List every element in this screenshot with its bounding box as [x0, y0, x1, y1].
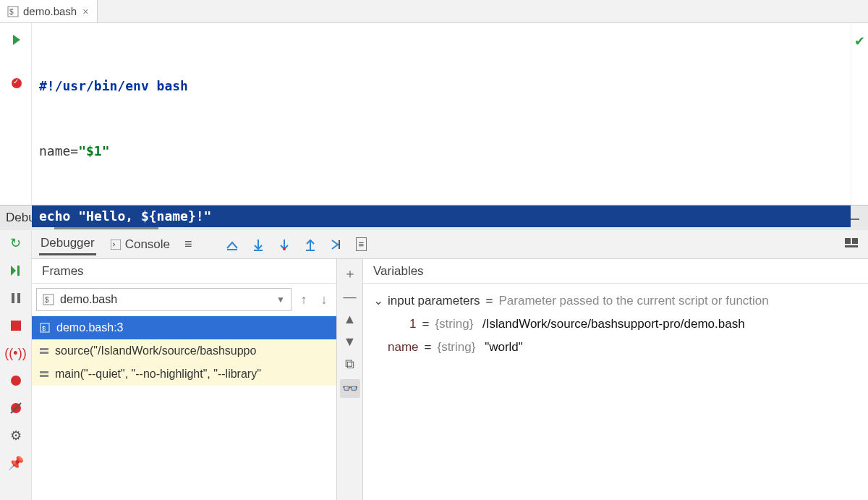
resume-icon[interactable]: [7, 262, 25, 279]
frames-selector-row: $ demo.bash ▼ ↑ ↓: [32, 284, 336, 316]
svg-text:$: $: [45, 296, 49, 304]
svg-rect-5: [17, 266, 20, 276]
equals-sign: =: [419, 313, 432, 336]
assign-lhs: name=: [39, 140, 78, 162]
frame-label: demo.bash:3: [56, 321, 124, 334]
frame-row[interactable]: $ demo.bash:3: [32, 316, 336, 339]
breakpoint-icon[interactable]: [10, 77, 23, 90]
svg-rect-21: [845, 238, 851, 244]
frame-row[interactable]: source("/IslandWork/source/bashsuppo: [32, 339, 336, 363]
disable-breakpoints-icon[interactable]: [7, 399, 25, 417]
debug-split: Frames $ demo.bash ▼ ↑ ↓: [32, 259, 868, 500]
bash-file-icon: $: [39, 322, 51, 334]
editor-area: #!/usr/bin/env bash name="$1" echo "Hell…: [0, 23, 868, 205]
variable-row[interactable]: ⌄ input parameters = Parameter passed to…: [372, 289, 859, 313]
stop-icon[interactable]: [7, 317, 25, 334]
svg-marker-4: [11, 266, 16, 276]
pause-icon[interactable]: [7, 289, 25, 307]
variable-value: "world": [485, 336, 523, 359]
layout-settings-icon[interactable]: [845, 238, 861, 251]
glasses-icon[interactable]: 👓: [340, 379, 360, 398]
frame-row[interactable]: main("--quiet", "--no-highlight", "--lib…: [32, 363, 336, 386]
pin-icon[interactable]: 📌: [7, 454, 25, 472]
frame-list[interactable]: $ demo.bash:3 source("/IslandWork/source…: [32, 316, 336, 500]
debug-controls-strip: ↻ ((•)) ⚙ 📌: [0, 230, 32, 500]
echo-kw: echo: [39, 205, 70, 227]
code-line-1: #!/usr/bin/env bash: [39, 75, 845, 97]
settings-icon[interactable]: ⚙: [7, 427, 25, 444]
variables-column: Variables ⌄ input parameters = Parameter…: [363, 259, 868, 500]
bash-file-icon: $: [43, 294, 54, 305]
variable-desc: Parameter passed to the current script o…: [499, 289, 769, 313]
variable-name: name: [388, 336, 419, 359]
editor-tab-label: demo.bash: [23, 5, 77, 17]
frame-down-icon[interactable]: ↓: [316, 292, 332, 308]
svg-point-9: [11, 376, 21, 386]
view-breakpoints-icon[interactable]: ((•)): [7, 344, 25, 362]
svg-rect-23: [845, 245, 858, 247]
run-icon[interactable]: [10, 33, 23, 46]
remove-watch-icon[interactable]: —: [344, 289, 357, 305]
svg-rect-6: [12, 293, 14, 303]
svg-rect-29: [40, 352, 48, 354]
svg-rect-28: [40, 348, 48, 350]
close-icon[interactable]: ×: [81, 6, 90, 17]
variable-type: {string}: [437, 336, 475, 359]
chevron-down-icon[interactable]: ⌄: [372, 289, 385, 313]
variable-row[interactable]: 1 = {string} /IslandWork/source/bashsupp…: [372, 313, 859, 336]
chevron-down-icon: ▼: [276, 295, 285, 305]
frames-side-tools: ＋ — ▲ ▼ ⧉ 👓: [337, 259, 363, 500]
code-editor[interactable]: #!/usr/bin/env bash name="$1" echo "Hell…: [32, 23, 851, 205]
stackframe-icon: [39, 369, 49, 379]
variable-type: {string}: [435, 313, 473, 336]
frame-up-icon[interactable]: ↑: [296, 292, 312, 308]
echo-str: "Hello, ${name}!": [78, 205, 211, 227]
editor-gutter[interactable]: [0, 23, 32, 205]
editor-status-gutter: ✔: [851, 23, 868, 205]
svg-text:$: $: [9, 8, 14, 16]
svg-rect-22: [852, 238, 858, 244]
svg-rect-30: [40, 371, 48, 373]
svg-rect-31: [40, 375, 48, 377]
editor-tab[interactable]: $ demo.bash ×: [0, 0, 98, 22]
stackframe-icon: [39, 346, 49, 356]
variable-row[interactable]: name = {string} "world": [372, 336, 859, 359]
thread-selector[interactable]: $ demo.bash ▼: [36, 288, 292, 311]
frames-column: Frames $ demo.bash ▼ ↑ ↓: [32, 259, 337, 500]
assign-str: "$1": [78, 140, 109, 162]
variable-value: /IslandWork/source/bashsupport-pro/demo.…: [482, 313, 745, 336]
svg-text:$: $: [42, 325, 46, 332]
equals-sign: =: [483, 289, 496, 313]
shebang: #!/usr/bin/env bash: [39, 75, 188, 97]
bash-file-icon: $: [7, 6, 19, 17]
svg-rect-7: [17, 293, 20, 303]
variables-tree[interactable]: ⌄ input parameters = Parameter passed to…: [363, 284, 868, 365]
frame-label: source("/IslandWork/source/bashsuppo: [55, 344, 256, 357]
check-ok-icon[interactable]: ✔: [854, 33, 865, 205]
code-line-2: name="$1": [39, 140, 845, 162]
frame-label: main("--quiet", "--no-highlight", "--lib…: [55, 368, 261, 381]
equals-sign: =: [422, 336, 435, 359]
scroll-down-icon[interactable]: ▼: [344, 334, 357, 349]
editor-tab-bar: $ demo.bash ×: [0, 0, 868, 23]
duplicate-icon[interactable]: ⧉: [345, 357, 354, 372]
thread-selector-label: demo.bash: [60, 293, 117, 306]
svg-rect-8: [11, 321, 21, 331]
rerun-icon[interactable]: ↻: [7, 234, 25, 252]
variable-name: 1: [409, 313, 416, 336]
mute-breakpoints-icon[interactable]: [7, 372, 25, 389]
scroll-up-icon[interactable]: ▲: [344, 312, 357, 327]
variable-name: input parameters: [388, 289, 480, 313]
code-line-3: echo "Hello, ${name}!": [32, 205, 851, 227]
